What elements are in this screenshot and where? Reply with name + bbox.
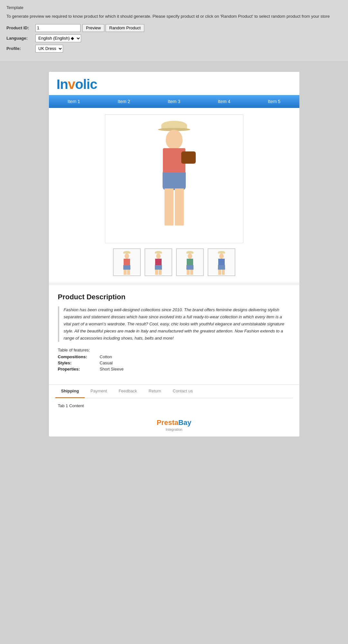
mini-shirt-1 [124, 259, 130, 265]
language-select[interactable]: English (English) ◆ [35, 34, 81, 42]
config-panel: Template To generate preview we required… [0, 0, 348, 62]
thumb-figure-2 [152, 251, 165, 274]
product-id-row: Product ID: Preview Random Product [6, 24, 342, 32]
feature-val-2: Casual [100, 360, 113, 365]
shorts [163, 172, 186, 190]
email-footer: PrestaBay Integration [49, 413, 299, 437]
tabs-header: Shipping Payment Feedback Return Contact… [55, 385, 293, 398]
feature-val-1: Cotton [100, 354, 112, 359]
thumb-figure-3 [183, 251, 196, 274]
thumbnail-1[interactable] [113, 248, 141, 276]
mini-shorts-3 [186, 265, 193, 270]
preview-area: Involic Item 1 Item 2 Item 3 Item 4 Item… [0, 62, 348, 447]
product-description: Product Description Fashion has been cre… [49, 285, 299, 384]
mini-head-1 [125, 254, 129, 259]
mini-head-4 [219, 254, 224, 259]
product-id-label: Product ID: [6, 25, 35, 30]
thumb-figure-4 [215, 251, 228, 274]
nav-item-4[interactable]: Item 4 [199, 95, 249, 108]
tab-payment[interactable]: Payment [85, 385, 113, 398]
tab-shipping[interactable]: Shipping [55, 385, 85, 398]
template-label: Template [6, 5, 342, 10]
thumbnail-2[interactable] [145, 248, 172, 276]
mini-hat-2 [155, 251, 162, 254]
profile-select[interactable]: UK Dress [35, 45, 63, 53]
mini-leg-l2 [155, 270, 158, 275]
feature-row-2: Styles: Casual [58, 360, 290, 365]
nav-item-1[interactable]: Item 1 [49, 95, 99, 108]
leg-right [175, 188, 184, 227]
bag [181, 151, 196, 164]
feature-key-3: Properties: [58, 367, 100, 371]
mini-shirt-3 [187, 259, 193, 265]
random-product-button[interactable]: Random Product [106, 24, 144, 32]
tab-content: Tab 1 Content [55, 398, 293, 413]
nav-item-2[interactable]: Item 2 [99, 95, 149, 108]
mini-shorts-1 [123, 265, 130, 270]
mini-hat-4 [218, 251, 225, 254]
footer-bay: Bay [178, 418, 191, 427]
mini-leg-r3 [190, 270, 193, 275]
logo-v: v [68, 77, 75, 92]
main-product-image [105, 114, 243, 243]
thumb-figure-1 [120, 251, 133, 274]
feature-val-3: Short Sleeve [100, 367, 124, 371]
thumbnail-3[interactable] [176, 248, 204, 276]
profile-row: Profile: UK Dress [6, 45, 342, 53]
language-label: Language: [6, 36, 35, 41]
mini-leg-l1 [124, 270, 127, 275]
mini-head-2 [156, 254, 161, 259]
mini-legs-4 [215, 270, 228, 275]
email-card: Involic Item 1 Item 2 Item 3 Item 4 Item… [49, 72, 300, 437]
table-label: Table of features: [58, 348, 290, 352]
fashion-figure [145, 121, 203, 237]
mini-leg-r1 [127, 270, 130, 275]
product-description-heading: Product Description [58, 293, 290, 301]
mini-leg-l4 [218, 270, 221, 275]
nav-item-3[interactable]: Item 3 [149, 95, 199, 108]
shoe-left [165, 226, 174, 231]
logo: Involic [57, 78, 292, 91]
logo-pre: In [57, 77, 68, 92]
mini-hat-1 [123, 251, 130, 254]
mini-shirt-4 [218, 259, 225, 265]
product-image-area [49, 108, 299, 283]
mini-legs-3 [183, 270, 196, 275]
product-id-input[interactable] [35, 24, 80, 32]
tab-contact[interactable]: Contact us [167, 385, 199, 398]
mini-head-3 [188, 254, 192, 259]
mini-shorts-2 [155, 265, 162, 270]
tab-feedback[interactable]: Feedback [113, 385, 143, 398]
logo-area: Involic [49, 72, 299, 95]
head [166, 130, 183, 149]
feature-row-1: Compositions: Cotton [58, 354, 290, 359]
mini-legs-1 [120, 270, 133, 275]
footer-sub: Integration [166, 428, 183, 431]
mini-leg-r2 [159, 270, 162, 275]
logo-post: olic [75, 77, 97, 92]
mini-leg-l3 [187, 270, 190, 275]
tabs-area: Shipping Payment Feedback Return Contact… [49, 384, 299, 413]
mini-legs-2 [152, 270, 165, 275]
mini-shirt-2 [155, 259, 162, 265]
feature-row-3: Properties: Short Sleeve [58, 367, 290, 371]
preview-button[interactable]: Preview [82, 24, 104, 32]
tab-return[interactable]: Return [143, 385, 167, 398]
thumbnails [113, 248, 235, 276]
mini-leg-r4 [222, 270, 225, 275]
nav-item-5[interactable]: Item 5 [249, 95, 299, 108]
feature-key-2: Styles: [58, 360, 100, 365]
feature-key-1: Compositions: [58, 354, 100, 359]
shoe-right [175, 226, 184, 231]
language-row: Language: English (English) ◆ [6, 34, 342, 42]
product-blockquote: Fashion has been creating well-designed … [58, 306, 290, 342]
nav-bar: Item 1 Item 2 Item 3 Item 4 Item 5 [49, 95, 299, 108]
mini-shorts-4 [218, 265, 225, 270]
leg-left [165, 188, 174, 227]
mini-hat-3 [186, 251, 193, 254]
description-text: To generate preview we required to know … [6, 13, 342, 20]
thumbnail-4[interactable] [208, 248, 235, 276]
footer-logo: PrestaBay [157, 418, 192, 427]
features-table: Table of features: Compositions: Cotton … [58, 348, 290, 371]
profile-label: Profile: [6, 46, 35, 51]
